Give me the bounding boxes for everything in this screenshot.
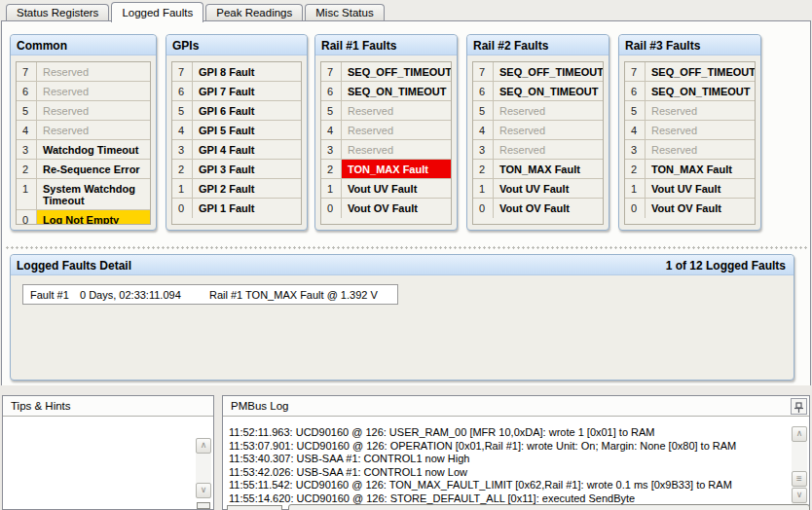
bit-number: 1 <box>473 179 494 198</box>
tips-hints-title: Tips & Hints <box>3 396 213 417</box>
bit-label: Re-Sequence Error <box>37 160 150 178</box>
bit-label: Vout OV Fault <box>646 199 755 218</box>
bit-number: 0 <box>17 210 37 225</box>
bit-row: 3 Reserved <box>473 140 603 160</box>
log-line: 11:55:14.620: UCD90160 @ 126: STORE_DEFA… <box>229 492 790 506</box>
bit-number: 6 <box>172 82 193 100</box>
bit-row: 6 SEQ_ON_TIMEOUT <box>473 82 603 101</box>
bit-label: Reserved <box>342 101 451 120</box>
bit-number: 6 <box>625 82 646 100</box>
bit-row: 7 SEQ_OFF_TIMEOUT <box>321 62 451 82</box>
bit-number: 5 <box>625 101 646 120</box>
status-panel-title: GPIs <box>166 35 307 55</box>
push-pin-icon <box>794 402 804 414</box>
bit-number: 0 <box>473 199 494 218</box>
fault-description: Rail #1 TON_MAX Fault @ 1.392 V <box>209 289 378 304</box>
bit-row: 3 GPI 4 Fault <box>172 140 301 160</box>
bit-number: 3 <box>473 140 494 159</box>
bit-label: Vout OV Fault <box>494 199 603 218</box>
bit-row: 5 Reserved <box>625 101 755 121</box>
pmbus-log-lines: 11:52:11.963: UCD90160 @ 126: USER_RAM_0… <box>229 426 790 505</box>
bit-row: 1 Vout UV Fault <box>473 179 603 199</box>
lines-icon: ≡ <box>796 473 802 484</box>
scroll-down-button[interactable]: ∨ <box>196 483 211 498</box>
bit-row: 4 Reserved <box>473 121 603 140</box>
fault-entry[interactable]: Fault #1 0 Days, 02:33:11.094 Rail #1 TO… <box>22 284 398 305</box>
bit-number: 5 <box>17 101 37 120</box>
horizontal-splitter[interactable] <box>5 244 807 249</box>
bit-label: Reserved <box>37 62 150 81</box>
bit-row: 4 Reserved <box>625 121 755 140</box>
fault-id: Fault #1 <box>23 289 80 304</box>
bit-label: SEQ_ON_TIMEOUT <box>646 82 755 100</box>
clipped-widget <box>288 504 810 510</box>
bit-label: Log Not Empty <box>37 210 150 225</box>
bit-row: 2 TON_MAX Fault <box>625 160 755 179</box>
bit-label: GPI 1 Fault <box>193 199 301 218</box>
bit-label: GPI 7 Fault <box>193 82 301 100</box>
bit-row: 1 Vout UV Fault <box>321 179 451 199</box>
scroll-up-button[interactable]: ∧ <box>792 426 807 442</box>
bit-number: 3 <box>172 140 193 159</box>
chevron-up-icon: ∧ <box>796 428 803 438</box>
tips-scrollbar[interactable]: ∧ ∨ <box>196 438 211 498</box>
bit-number: 7 <box>172 62 193 81</box>
bit-number: 1 <box>321 179 342 198</box>
bit-number: 6 <box>473 82 494 100</box>
bit-number: 5 <box>473 101 494 120</box>
bit-row: 4 Reserved <box>17 121 150 140</box>
bit-row: 2 GPI 3 Fault <box>172 160 301 179</box>
bit-row: 3 Reserved <box>625 140 755 160</box>
bit-table: 7 SEQ_OFF_TIMEOUT 6 SEQ_ON_TIMEOUT 5 Res… <box>472 61 604 225</box>
logged-faults-count: 1 of 12 Logged Faults <box>666 259 786 274</box>
bit-label: Reserved <box>646 101 755 120</box>
bit-label: Reserved <box>37 82 150 100</box>
bit-number: 2 <box>172 160 193 178</box>
scroll-menu-button[interactable]: ≡ <box>792 471 807 487</box>
scroll-down-button[interactable]: ∨ <box>792 488 807 503</box>
bit-label: Reserved <box>494 101 603 120</box>
log-line: 11:53:40.307: USB-SAA #1: CONTROL1 now H… <box>229 453 790 466</box>
bit-number: 4 <box>625 121 646 139</box>
bit-number: 5 <box>172 101 193 120</box>
bit-row: 6 GPI 7 Fault <box>172 82 301 101</box>
bit-label: Vout UV Fault <box>342 179 451 198</box>
bit-table: 7 SEQ_OFF_TIMEOUT 6 SEQ_ON_TIMEOUT 5 Res… <box>624 61 756 225</box>
log-line: 11:52:11.963: UCD90160 @ 126: USER_RAM_0… <box>229 426 790 440</box>
tab-status-registers[interactable]: Status Registers <box>6 4 109 20</box>
bit-row: 3 Reserved <box>321 140 451 160</box>
bit-number: 1 <box>625 179 646 198</box>
bit-number: 2 <box>625 160 646 178</box>
bit-number: 7 <box>473 62 494 81</box>
bit-row: 6 Reserved <box>17 82 150 101</box>
logged-faults-detail-panel: Logged Faults Detail 1 of 12 Logged Faul… <box>10 254 794 381</box>
bit-number: 4 <box>321 121 342 139</box>
bit-row: 0 Log Not Empty <box>17 210 150 225</box>
tab-misc-status[interactable]: Misc Status <box>305 4 384 20</box>
bit-row: 2 TON_MAX Fault <box>473 160 603 179</box>
bit-row: 1 GPI 2 Fault <box>172 179 301 199</box>
tab-peak-readings[interactable]: Peak Readings <box>205 4 303 20</box>
pin-button[interactable] <box>791 398 807 415</box>
logged-faults-detail-title: Logged Faults Detail <box>17 259 131 274</box>
pmbus-log-scrollbar[interactable]: ∧ ≡ ∨ <box>792 426 807 510</box>
bit-number: 1 <box>17 179 37 209</box>
bit-row: 3 Watchdog Timeout <box>17 140 150 160</box>
bit-label: Vout UV Fault <box>646 179 755 198</box>
tab-logged-faults[interactable]: Logged Faults <box>111 2 203 22</box>
bit-row: 7 SEQ_OFF_TIMEOUT <box>473 62 603 82</box>
bit-label: SEQ_ON_TIMEOUT <box>342 82 451 100</box>
status-panel-title: Rail #1 Faults <box>315 35 457 55</box>
bit-row: 1 System Watchdog Timeout <box>17 179 150 210</box>
scroll-up-button[interactable]: ∧ <box>196 438 211 454</box>
bit-label: GPI 4 Fault <box>193 140 301 159</box>
bit-number: 0 <box>625 199 646 218</box>
chevron-down-icon: ∨ <box>201 485 207 494</box>
bit-number: 2 <box>17 160 37 178</box>
bit-row: 2 TON_MAX Fault <box>321 160 451 179</box>
bit-label: TON_MAX Fault <box>646 160 755 178</box>
bit-label: Reserved <box>494 121 603 139</box>
bit-label: Reserved <box>342 140 451 159</box>
bit-number: 2 <box>473 160 494 178</box>
bit-row: 6 SEQ_ON_TIMEOUT <box>625 82 755 101</box>
